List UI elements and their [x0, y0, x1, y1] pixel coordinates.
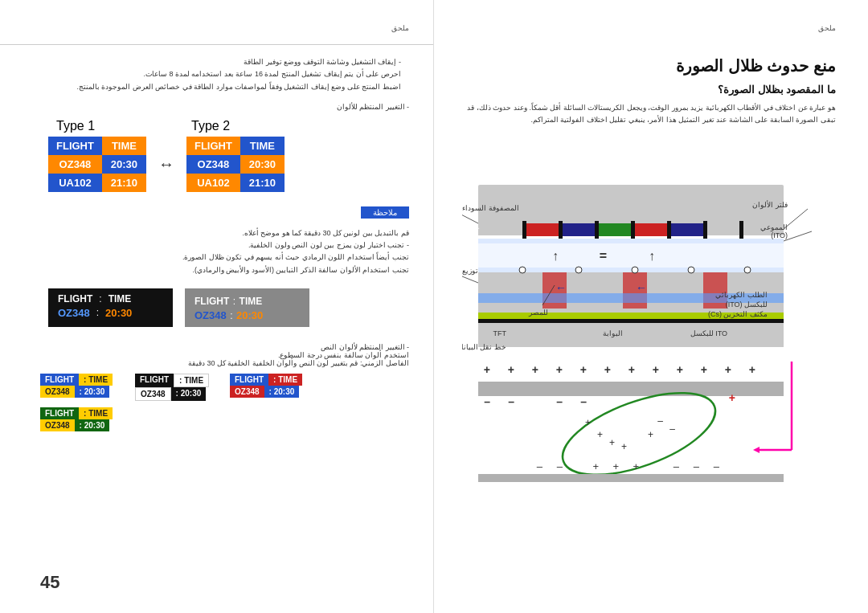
- svg-text:+: +: [612, 460, 619, 472]
- svg-rect-2: [526, 223, 563, 236]
- svg-text:TFT: TFT: [493, 329, 507, 337]
- svg-line-40: [462, 213, 478, 223]
- dark-flight-box-1: FLIGHT : TIME OZ348 : 20:30: [48, 288, 173, 327]
- svg-text:المصفوفة السوداء: المصفوفة السوداء: [462, 204, 519, 213]
- svg-text:ITO للبكسل: ITO للبكسل: [690, 329, 727, 337]
- gray1-oz-code: OZ348: [194, 309, 227, 321]
- svg-rect-5: [635, 223, 671, 236]
- svg-rect-7: [522, 221, 526, 239]
- svg-rect-26: [478, 319, 784, 323]
- right-page-ref: ملحق: [818, 24, 836, 32]
- svg-text:+: +: [628, 363, 635, 376]
- svg-text:+: +: [592, 460, 599, 472]
- s1-flight-hdr: FLIGHT: [40, 374, 79, 386]
- t1-time-header: TIME: [102, 137, 146, 155]
- s2-flight-hdr: FLIGHT: [135, 374, 174, 387]
- t2-time-header: TIME: [240, 137, 285, 155]
- svg-text:←: ←: [555, 281, 567, 294]
- s1-oz: OZ348: [40, 386, 75, 398]
- swap-arrow-icon: ↔: [158, 155, 174, 174]
- dark1-flight-label: FLIGHT: [58, 293, 92, 304]
- svg-text:+: +: [585, 417, 591, 428]
- strip-2: FLIGHT : TIME OZ348 : 20:30: [135, 374, 223, 401]
- svg-text:+: +: [729, 391, 735, 404]
- svg-text:+: +: [508, 363, 514, 376]
- svg-text:+: +: [597, 429, 603, 440]
- svg-text:الطلب الكهربائي: الطلب الكهربائي: [715, 291, 768, 300]
- svg-text:البوابة: البوابة: [603, 329, 623, 338]
- svg-text:+: +: [580, 363, 587, 376]
- type-labels-row: Type 1 Type 2: [40, 119, 409, 133]
- svg-rect-65: [478, 382, 784, 396]
- svg-text:–: –: [537, 460, 543, 472]
- type2-label: Type 2: [191, 119, 230, 133]
- t1-oz-code: OZ348: [48, 155, 102, 174]
- svg-text:–: –: [557, 460, 563, 472]
- svg-rect-10: [631, 221, 635, 239]
- right-title: منع حدوث ظلال الصورة: [458, 56, 836, 76]
- t1-flight-header: FLIGHT: [48, 137, 102, 155]
- s3-time: : 20:30: [264, 386, 300, 398]
- t1-oz-time: 20:30: [102, 155, 146, 174]
- t1-ua-code: UA102: [48, 174, 102, 192]
- svg-text:+: +: [653, 363, 659, 376]
- left-panel: ملحق - إيقاف التشغيل وشاشة التوقف ووضع ت…: [0, 0, 434, 613]
- svg-text:+: +: [648, 429, 653, 440]
- svg-text:+: +: [556, 363, 563, 376]
- svg-point-32: [744, 267, 751, 273]
- right-body-text: هو عبارة عن اختلاف في الأقطاب الكهربائية…: [458, 102, 836, 127]
- left-page-ref: ملحق: [391, 24, 409, 32]
- svg-text:↑: ↑: [552, 249, 559, 263]
- svg-text:–: –: [580, 395, 587, 408]
- s3-flight-hdr: FLIGHT: [230, 374, 268, 386]
- t2-oz-time: 20:30: [240, 155, 285, 174]
- right-panel: ملحق منع حدوث ظلال الصورة ما المقصود بظل…: [434, 0, 868, 613]
- color-change-label: - التغيير المنتظم للألوان: [40, 103, 409, 111]
- svg-rect-14: [478, 239, 784, 243]
- svg-text:+: +: [725, 363, 731, 376]
- svg-rect-90: [478, 474, 784, 482]
- flight-table-type2: FLIGHT TIME OZ348 20:30 UA102 21:10: [186, 137, 285, 192]
- s4-time-hdr: : TIME: [79, 407, 113, 419]
- svg-rect-13: [739, 221, 743, 239]
- t1-ua-time: 21:10: [102, 174, 146, 192]
- t2-ua-time: 21:10: [240, 174, 285, 192]
- svg-text:–: –: [674, 460, 680, 472]
- dark1-colon2: :: [96, 307, 99, 319]
- s3-time-hdr: : TIME: [268, 374, 302, 386]
- s2-oz: OZ348: [135, 387, 171, 401]
- svg-text:+: +: [677, 363, 683, 376]
- lcd-diagram: ↑ = ↑: [462, 137, 832, 482]
- note-badge: ملاحظة: [361, 206, 409, 219]
- svg-rect-11: [667, 221, 671, 239]
- flight-tables-row: FLIGHT TIME OZ348 20:30 UA102 21:10 ↔: [40, 137, 409, 192]
- svg-rect-8: [559, 221, 563, 239]
- svg-marker-89: [753, 447, 760, 453]
- svg-text:+: +: [609, 437, 615, 448]
- dark1-oz-code: OZ348: [58, 307, 90, 319]
- gray1-time-label: TIME: [240, 296, 263, 307]
- svg-text:+: +: [532, 363, 538, 376]
- svg-text:+: +: [749, 363, 755, 376]
- svg-text:–: –: [484, 395, 490, 408]
- svg-point-30: [632, 267, 638, 273]
- right-subtitle: ما المقصود بظلال الصورة؟: [458, 84, 836, 96]
- svg-rect-9: [595, 221, 599, 239]
- svg-text:–: –: [669, 423, 675, 435]
- page-number: 45: [40, 572, 59, 593]
- svg-rect-12: [703, 221, 707, 239]
- dark1-time-label: TIME: [108, 293, 132, 304]
- svg-text:خط نقل البيانات: خط نقل البيانات: [462, 343, 506, 351]
- strip-3: FLIGHT : TIME OZ348 : 20:30: [230, 374, 318, 401]
- type1-label: Type 1: [56, 119, 95, 133]
- svg-rect-6: [671, 223, 707, 236]
- svg-text:–: –: [508, 395, 514, 408]
- t2-ua-code: UA102: [186, 174, 240, 192]
- s1-time: : 20:30: [75, 386, 110, 398]
- gray1-flight-label: FLIGHT: [194, 296, 229, 307]
- gray1-colon1: :: [233, 296, 235, 307]
- svg-text:←: ←: [636, 281, 647, 294]
- svg-text:توزيع: توزيع: [462, 267, 478, 276]
- dark1-colon1: :: [99, 293, 101, 304]
- svg-rect-3: [563, 223, 599, 236]
